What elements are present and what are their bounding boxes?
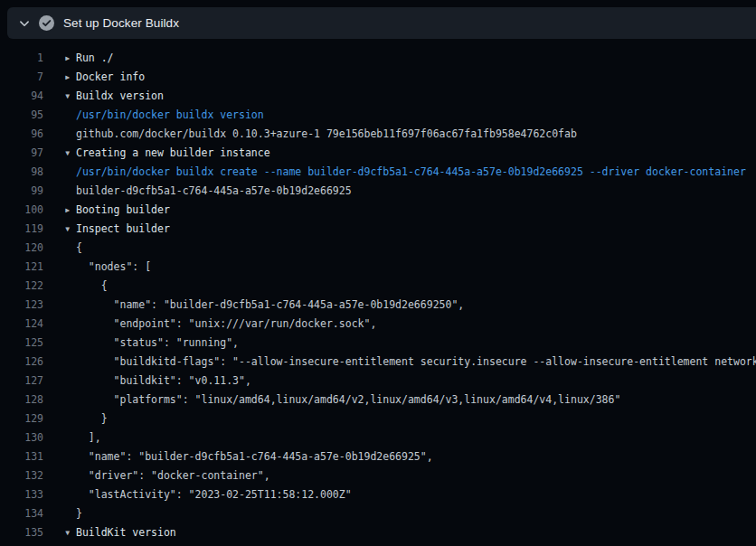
group-title: BuildKit version	[76, 523, 176, 542]
log-lines: 1▶Run ./7▶Docker info94▼Buildx version95…	[0, 39, 756, 546]
line-number[interactable]: 122	[0, 277, 43, 296]
line-number[interactable]: 97	[0, 144, 43, 163]
arrow-spacer	[43, 106, 76, 125]
line-number[interactable]: 96	[0, 125, 43, 144]
log-group-row[interactable]: 135▼BuildKit version	[0, 523, 756, 542]
log-row: 133 "lastActivity": "2023-02-25T11:58:12…	[0, 485, 756, 504]
log-row: 95/usr/bin/docker buildx version	[0, 106, 756, 125]
chevron-right-icon[interactable]: ▶	[43, 201, 76, 220]
arrow-spacer	[43, 277, 76, 296]
arrow-spacer	[43, 353, 76, 372]
line-number[interactable]: 129	[0, 410, 43, 428]
log-row: 134}	[0, 504, 756, 523]
output-text: "status": "running",	[76, 334, 239, 353]
log-row: 122 {	[0, 277, 756, 296]
log-group-row[interactable]: 119▼Inspect builder	[0, 220, 756, 239]
command-text: /usr/bin/docker buildx version	[76, 106, 264, 125]
line-number[interactable]: 135	[0, 523, 43, 542]
line-number[interactable]: 119	[0, 220, 43, 239]
arrow-spacer	[43, 163, 76, 182]
line-number[interactable]: 134	[0, 504, 43, 523]
line-number[interactable]: 95	[0, 106, 43, 125]
output-text: "driver": "docker-container",	[76, 466, 270, 485]
chevron-right-icon[interactable]: ▶	[43, 68, 76, 87]
chevron-right-icon[interactable]: ▶	[43, 49, 76, 68]
line-number[interactable]: 126	[0, 353, 43, 372]
line-number[interactable]: 120	[0, 239, 43, 258]
log-group-row[interactable]: 100▶Booting builder	[0, 201, 756, 220]
log-row: 130 ],	[0, 428, 756, 447]
line-number[interactable]: 94	[0, 87, 43, 106]
chevron-down-icon[interactable]: ▼	[43, 144, 76, 163]
output-text: {	[76, 277, 108, 296]
arrow-spacer	[43, 372, 76, 391]
arrow-spacer	[43, 504, 76, 523]
chevron-down-icon[interactable]	[19, 18, 30, 29]
log-row: 126 "buildkitd-flags": "--allow-insecure…	[0, 353, 756, 372]
log-row: 136builder-d9cfb5a1-c764-445a-a57e-0b19d…	[0, 542, 756, 546]
line-number[interactable]: 130	[0, 428, 43, 447]
arrow-spacer	[43, 258, 76, 277]
log-row: 127 "buildkit": "v0.11.3",	[0, 372, 756, 391]
arrow-spacer	[43, 447, 76, 466]
output-text: ],	[76, 428, 101, 447]
log-row: 128 "platforms": "linux/amd64,linux/amd6…	[0, 391, 756, 410]
arrow-spacer	[43, 315, 76, 334]
group-title: Booting builder	[76, 201, 170, 220]
step-header-set-up-docker-buildx[interactable]: Set up Docker Buildx	[7, 7, 756, 39]
log-row: 129 }	[0, 410, 756, 428]
line-number[interactable]: 132	[0, 466, 43, 485]
arrow-spacer	[43, 428, 76, 447]
output-text: builder-d9cfb5a1-c764-445a-a57e-0b19d2e6…	[76, 542, 414, 546]
log-group-row[interactable]: 97▼Creating a new builder instance	[0, 144, 756, 163]
line-number[interactable]: 121	[0, 258, 43, 277]
log-row: 123 "name": "builder-d9cfb5a1-c764-445a-…	[0, 296, 756, 315]
arrow-spacer	[43, 334, 76, 353]
line-number[interactable]: 128	[0, 391, 43, 410]
output-text: github.com/docker/buildx 0.10.3+azure-1 …	[76, 125, 577, 144]
arrow-spacer	[43, 296, 76, 315]
log-row: 124 "endpoint": "unix:///var/run/docker.…	[0, 315, 756, 334]
line-number[interactable]: 133	[0, 485, 43, 504]
arrow-spacer	[43, 182, 76, 201]
line-number[interactable]: 125	[0, 334, 43, 353]
output-text: "name": "builder-d9cfb5a1-c764-445a-a57e…	[76, 447, 433, 466]
group-title: Buildx version	[76, 87, 164, 106]
line-number[interactable]: 98	[0, 163, 43, 182]
arrow-spacer	[43, 542, 76, 546]
log-group-row[interactable]: 94▼Buildx version	[0, 87, 756, 106]
log-row: 121 "nodes": [	[0, 258, 756, 277]
log-group-row[interactable]: 7▶Docker info	[0, 68, 756, 87]
chevron-down-icon[interactable]: ▼	[43, 523, 76, 542]
group-title: Creating a new builder instance	[76, 144, 270, 163]
line-number[interactable]: 123	[0, 296, 43, 315]
arrow-spacer	[43, 466, 76, 485]
output-text: "platforms": "linux/amd64,linux/amd64/v2…	[76, 391, 620, 410]
output-text: "nodes": [	[76, 258, 151, 277]
group-title: Inspect builder	[76, 220, 170, 239]
output-text: }	[76, 504, 82, 523]
output-text: {	[76, 239, 82, 258]
check-circle-icon	[39, 15, 54, 31]
output-text: "lastActivity": "2023-02-25T11:58:12.000…	[76, 485, 352, 504]
line-number[interactable]: 1	[0, 49, 43, 68]
output-text: "name": "builder-d9cfb5a1-c764-445a-a57e…	[76, 296, 464, 315]
arrow-spacer	[43, 391, 76, 410]
line-number[interactable]: 99	[0, 182, 43, 201]
log-group-row[interactable]: 1▶Run ./	[0, 49, 756, 68]
line-number[interactable]: 136	[0, 542, 43, 546]
line-number[interactable]: 100	[0, 201, 43, 220]
line-number[interactable]: 7	[0, 68, 43, 87]
output-text: "endpoint": "unix:///var/run/docker.sock…	[76, 315, 376, 334]
line-number[interactable]: 124	[0, 315, 43, 334]
output-text: builder-d9cfb5a1-c764-445a-a57e-0b19d2e6…	[76, 182, 352, 201]
line-number[interactable]: 127	[0, 372, 43, 391]
output-text: "buildkitd-flags": "--allow-insecure-ent…	[76, 353, 756, 372]
chevron-down-icon[interactable]: ▼	[43, 220, 76, 239]
line-number[interactable]: 131	[0, 447, 43, 466]
chevron-down-icon[interactable]: ▼	[43, 87, 76, 106]
log-row: 99builder-d9cfb5a1-c764-445a-a57e-0b19d2…	[0, 182, 756, 201]
log-row: 120{	[0, 239, 756, 258]
arrow-spacer	[43, 485, 76, 504]
log-row: 125 "status": "running",	[0, 334, 756, 353]
